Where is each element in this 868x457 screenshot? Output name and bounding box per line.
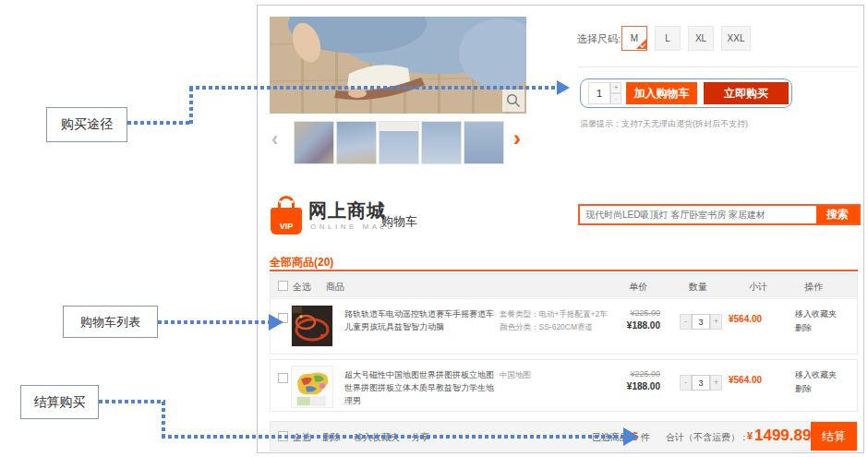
cart-table-header: 全选 商品 单价 数量 小计 操作 (270, 273, 858, 297)
column-quantity: 数量 (689, 281, 707, 294)
connector-line (162, 402, 165, 437)
item-spec: 中国地图 (500, 368, 616, 381)
item-spec: 套餐类型：电动+手摇配置+2车 颜色分类：SS-620CM赛道 (500, 307, 616, 333)
add-to-cart-button[interactable]: 加入购物车 (626, 82, 697, 104)
selected-check-icon (635, 37, 647, 51)
size-option-label: XL (695, 33, 706, 43)
item-qty-increase-button[interactable]: + (710, 314, 722, 330)
item-title[interactable]: 路轨轨道车电动遥控轨道赛车手摇赛道车儿童男孩玩具益智智力动脑 (344, 307, 500, 333)
item-image-china-map[interactable] (291, 366, 333, 408)
buy-now-button[interactable]: 立即购买 (704, 82, 789, 104)
size-option-xxl[interactable]: XXL (721, 26, 751, 51)
arrow-to-cart-row-icon (269, 314, 283, 331)
connector-line (189, 86, 557, 90)
arrow-to-buy-box-icon (557, 80, 570, 95)
size-option-label: L (665, 33, 670, 43)
selected-unit: 件 (641, 431, 650, 444)
column-select-all: 全选 (293, 281, 311, 294)
item-old-price: ¥225.00 (609, 308, 660, 318)
quantity-stepper: + - (610, 82, 621, 104)
item-subtotal: ¥564.00 (729, 375, 777, 385)
tab-underline (270, 270, 858, 271)
item-title[interactable]: 超大号磁性中国地图世界拼图拼板立地图世界拼图拼板立体木质早教益智力学生地理男 (344, 368, 500, 407)
size-option-label: XXL (728, 33, 745, 43)
arrow-to-checkout-icon (623, 427, 639, 446)
annotation-purchase-path: 购买途径 (46, 107, 127, 142)
select-all-checkbox[interactable] (278, 281, 288, 291)
total-amount: 1499.89 (754, 427, 811, 445)
size-option-xl[interactable]: XL (688, 26, 714, 51)
total-currency: ¥ (747, 430, 753, 441)
size-label: 选择尺码: (577, 32, 621, 46)
item-qty-input[interactable] (692, 375, 710, 391)
product-thumbnail[interactable] (336, 121, 377, 164)
column-operation: 操作 (804, 281, 823, 294)
delete-item-link[interactable]: 删除 (795, 321, 837, 335)
total-label: 合计（不含运费）： (666, 431, 749, 444)
item-old-price: ¥225.00 (609, 369, 660, 379)
product-thumbnail[interactable] (421, 121, 462, 164)
page-title: 购物车 (381, 213, 417, 230)
column-unit-price: 单价 (629, 281, 647, 294)
item-operations: 移入收藏夹 删除 (795, 307, 837, 335)
cart-item-row: 路轨轨道车电动遥控轨道赛车手摇赛道车儿童男孩玩具益智智力动脑 套餐类型：电动+手… (270, 298, 858, 355)
connector-line (127, 121, 192, 125)
item-checkbox[interactable] (278, 373, 288, 383)
delete-item-link[interactable]: 删除 (795, 382, 837, 396)
photo-illustration (270, 17, 526, 114)
item-qty-decrease-button[interactable]: - (680, 314, 692, 330)
annotation-cart-list: 购物车列表 (63, 306, 158, 338)
item-image-race-track[interactable] (291, 305, 333, 347)
search-bar: 搜索 (578, 204, 861, 225)
annotation-label: 购买途径 (61, 116, 113, 133)
checkout-button[interactable]: 结算 (811, 422, 857, 451)
photo-zoom-button[interactable] (502, 90, 524, 112)
cart-item-row: 超大号磁性中国地图世界拼图拼板立地图世界拼图拼板立体木质早教益智力学生地理男 中… (270, 359, 858, 412)
thumbnail-prev-button[interactable]: ‹ (271, 129, 278, 150)
annotation-checkout: 结算购买 (20, 385, 99, 419)
item-qty-input[interactable] (692, 314, 710, 330)
size-option-l[interactable]: L (655, 26, 681, 51)
quantity-decrease-button[interactable]: - (610, 93, 621, 104)
divider (577, 66, 859, 67)
column-subtotal: 小计 (749, 281, 767, 294)
column-product: 商品 (326, 281, 344, 294)
move-to-favorites-link[interactable]: 移入收藏夹 (795, 307, 837, 321)
product-main-photo (270, 17, 526, 114)
logo-vip-text: VIP (271, 222, 302, 231)
item-qty-increase-button[interactable]: + (710, 375, 722, 391)
mall-name: 网上商城 (308, 198, 386, 223)
search-input[interactable] (580, 206, 816, 223)
product-thumbnail[interactable] (464, 121, 504, 164)
item-quantity-stepper: - + (680, 375, 722, 391)
item-quantity-stepper: - + (680, 314, 722, 330)
item-operations: 移入收藏夹 删除 (795, 368, 837, 396)
size-option-m[interactable]: M (621, 26, 647, 51)
connector-line (99, 400, 165, 403)
quantity-increase-button[interactable]: + (610, 82, 621, 93)
mall-logo-bag-icon: VIP (271, 196, 302, 235)
product-thumbnail[interactable] (294, 121, 334, 164)
annotation-label: 结算购买 (34, 394, 86, 411)
item-price: ¥188.00 (609, 381, 660, 391)
item-subtotal: ¥564.00 (729, 314, 777, 324)
product-thumbnail[interactable] (379, 121, 419, 164)
connector-line (162, 435, 623, 439)
connector-line (189, 88, 193, 125)
search-button[interactable]: 搜索 (816, 206, 859, 223)
return-policy-tip: 温馨提示：支持7天无理由退货(拆封后不支持) (580, 118, 748, 130)
tab-all-products[interactable]: 全部商品(20) (270, 255, 333, 271)
move-to-favorites-link[interactable]: 移入收藏夹 (795, 368, 837, 382)
magnifier-icon (506, 93, 521, 108)
annotation-label: 购物车列表 (80, 314, 140, 331)
item-price: ¥188.00 (609, 320, 660, 331)
quantity-input[interactable] (588, 82, 610, 104)
connector-line (158, 320, 269, 324)
item-qty-decrease-button[interactable]: - (680, 375, 692, 391)
thumbnail-next-button[interactable]: › (513, 127, 521, 150)
page: ‹ › 选择尺码: M L XL XXL + - 加入购物车 立即购买 温馨提示… (0, 0, 868, 457)
